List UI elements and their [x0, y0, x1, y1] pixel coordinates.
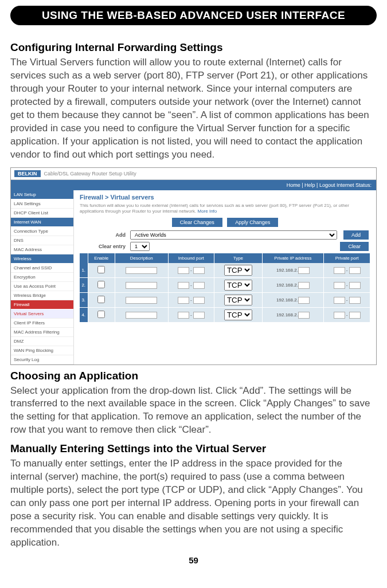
body-configuring: The Virtual Servers function will allow …: [10, 56, 377, 162]
description-cell[interactable]: [115, 263, 168, 278]
description-cell[interactable]: [115, 293, 168, 308]
enable-checkbox[interactable]: [97, 281, 105, 288]
type-cell[interactable]: TCP: [214, 308, 262, 323]
private-port-cell[interactable]: -: [324, 308, 370, 323]
row-number: 3.: [80, 293, 88, 308]
row-number: 4.: [80, 308, 88, 323]
router-screenshot: BELKIN Cable/DSL Gateway Router Setup Ut…: [10, 167, 377, 365]
table-row: 1. - TCP192.168.2. -: [80, 263, 370, 278]
table-row: 4. - TCP192.168.2. -: [80, 308, 370, 323]
sidebar-item[interactable]: Virtual Servers: [11, 309, 73, 319]
window-titlebar: BELKIN Cable/DSL Gateway Router Setup Ut…: [11, 168, 376, 180]
table-header: Enable: [88, 253, 115, 263]
inbound-port-cell[interactable]: -: [168, 308, 214, 323]
enable-cell[interactable]: [88, 278, 115, 293]
table-row: 2. - TCP192.168.2. -: [80, 278, 370, 293]
virtual-servers-table: EnableDescriptionInbound portTypePrivate…: [80, 253, 370, 323]
private-ip-cell[interactable]: 192.168.2.: [262, 263, 324, 278]
heading-configuring: Configuring Internal Forwarding Settings: [10, 41, 377, 54]
heading-manual: Manually Entering Settings into the Virt…: [10, 442, 377, 455]
clear-entry-label: Clear entry: [80, 244, 126, 249]
type-cell[interactable]: TCP: [214, 278, 262, 293]
brand-logo: BELKIN: [14, 170, 41, 177]
enable-cell[interactable]: [88, 263, 115, 278]
inbound-port-cell[interactable]: -: [168, 293, 214, 308]
row-number: 2.: [80, 278, 88, 293]
enable-checkbox[interactable]: [97, 311, 105, 318]
more-info-link[interactable]: More Info: [197, 209, 217, 214]
table-row: 3. - TCP192.168.2. -: [80, 293, 370, 308]
body-choosing: Select your application from the drop-do…: [10, 385, 377, 437]
type-select[interactable]: TCP: [224, 295, 252, 305]
table-header: Type: [214, 253, 262, 263]
sidebar-item[interactable]: Security Log: [11, 355, 73, 364]
type-select[interactable]: TCP: [224, 309, 252, 320]
sidebar-item[interactable]: DNS: [11, 236, 73, 245]
add-application-select[interactable]: Active Worlds: [130, 230, 337, 240]
sidebar: LAN SetupLAN SettingsDHCP Client ListInt…: [11, 190, 74, 364]
sidebar-header: LAN Setup: [11, 190, 73, 199]
inbound-port-cell[interactable]: -: [168, 278, 214, 293]
add-button[interactable]: Add: [343, 230, 369, 240]
clear-entry-select[interactable]: 1: [130, 242, 150, 251]
type-select[interactable]: TCP: [224, 280, 252, 291]
sidebar-item[interactable]: Wireless Bridge: [11, 291, 73, 300]
table-header: Private IP address: [262, 253, 324, 263]
page-number: 59: [10, 555, 377, 565]
private-ip-cell[interactable]: 192.168.2.: [262, 293, 324, 308]
sidebar-item[interactable]: Use as Access Point: [11, 282, 73, 291]
description-cell[interactable]: [115, 278, 168, 293]
window-title: Cable/DSL Gateway Router Setup Utility: [44, 171, 136, 177]
sidebar-item[interactable]: DMZ: [11, 337, 73, 346]
private-port-cell[interactable]: -: [324, 278, 370, 293]
enable-cell[interactable]: [88, 293, 115, 308]
breadcrumb: Firewall > Virtual servers: [80, 194, 370, 201]
sidebar-item[interactable]: MAC Address: [11, 245, 73, 254]
sidebar-item[interactable]: LAN Settings: [11, 199, 73, 209]
table-header: Private port: [324, 253, 370, 263]
sidebar-header: Internet WAN: [11, 218, 73, 227]
table-header: Description: [115, 253, 168, 263]
type-cell[interactable]: TCP: [214, 263, 262, 278]
sidebar-item[interactable]: Connection Type: [11, 227, 73, 236]
enable-cell[interactable]: [88, 308, 115, 323]
table-header: [80, 253, 88, 263]
sidebar-header: Firewall: [11, 300, 73, 309]
private-port-cell[interactable]: -: [324, 293, 370, 308]
type-cell[interactable]: TCP: [214, 293, 262, 308]
sidebar-header: Wireless: [11, 254, 73, 264]
table-header: Inbound port: [168, 253, 214, 263]
private-ip-cell[interactable]: 192.168.2.: [262, 308, 324, 323]
private-port-cell[interactable]: -: [324, 263, 370, 278]
page-banner: USING THE WEB-BASED ADVANCED USER INTERF…: [10, 6, 377, 25]
clear-button[interactable]: Clear: [340, 242, 369, 251]
row-number: 1.: [80, 263, 88, 278]
sidebar-item[interactable]: Channel and SSID: [11, 264, 73, 273]
heading-choosing: Choosing an Application: [10, 370, 377, 382]
sidebar-item[interactable]: MAC Address Filtering: [11, 328, 73, 337]
enable-checkbox[interactable]: [97, 266, 105, 273]
body-manual: To manually enter settings, enter the IP…: [10, 457, 377, 550]
sidebar-item[interactable]: Client IP Filters: [11, 319, 73, 328]
top-nav-bar: Home | Help | Logout Internet Status:: [11, 180, 376, 190]
type-select[interactable]: TCP: [224, 265, 252, 276]
private-ip-cell[interactable]: 192.168.2.: [262, 278, 324, 293]
page-description: This function will allow you to route ex…: [80, 203, 370, 215]
clear-changes-button[interactable]: Clear Changes: [172, 218, 222, 227]
sidebar-item[interactable]: DHCP Client List: [11, 209, 73, 218]
sidebar-item[interactable]: Encryption: [11, 273, 73, 282]
enable-checkbox[interactable]: [97, 296, 105, 303]
inbound-port-cell[interactable]: -: [168, 263, 214, 278]
apply-changes-button[interactable]: Apply Changes: [227, 218, 278, 227]
sidebar-item[interactable]: WAN Ping Blocking: [11, 346, 73, 355]
description-cell[interactable]: [115, 308, 168, 323]
add-label: Add: [80, 232, 126, 238]
